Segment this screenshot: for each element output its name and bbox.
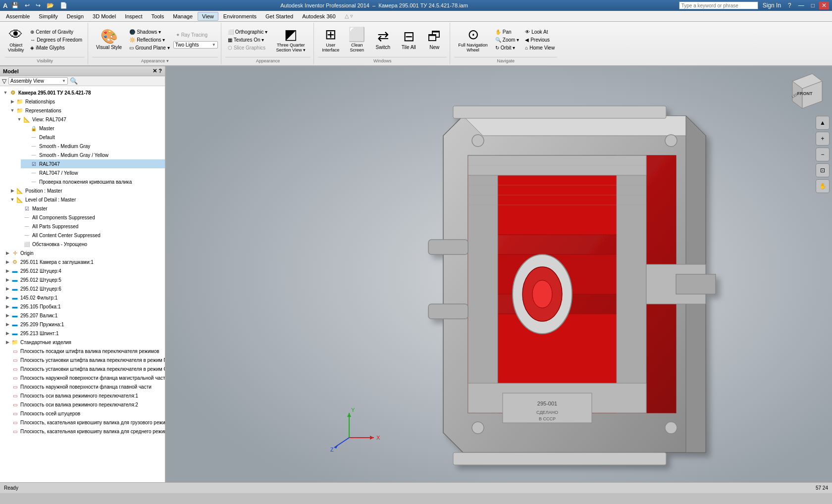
qat-undo[interactable]: ↩ [23,1,32,9]
tree-view[interactable]: ▼ ⚙ Камера 295.001 ТУ 24.5.421-78 ▶ 📁 Re… [0,86,165,482]
panel-help-btn[interactable]: ? [158,68,162,74]
tree-plane-2[interactable]: ▭ Плоскость установки штифта валика пере… [2,355,165,364]
qat-redo[interactable]: ↪ [34,1,43,9]
tree-lod[interactable]: ▼ 📐 Level of Detail : Master [7,195,165,204]
panel-close-btn[interactable]: ✕ [153,68,157,74]
menu-autodesk360[interactable]: Autodesk 360 [298,12,339,20]
tree-obstanovka[interactable]: ⬜ Обстановка - Упрощено [14,240,165,249]
tree-proverka[interactable]: — Проверка положения кривошипа валика [21,177,165,186]
tree-part-213[interactable]: ▶ ▬ 295.213 Шпинт:1 [2,329,165,338]
orthographic-btn[interactable]: ⬜ Orthographic ▾ [225,28,270,36]
orbit-btn[interactable]: ↻ Orbit ▾ [493,44,521,51]
zoom-out-btn[interactable]: − [816,148,830,161]
tree-view-ral[interactable]: ▼ 📐 View: RAL7047 [14,115,165,124]
tree-plane-1[interactable]: ▭ Плоскость посадки штифта валика перекл… [2,347,165,355]
switch-btn[interactable]: ⇄ Switch [370,26,395,54]
tree-all-comp-sup[interactable]: — All Components Suppressed [14,213,165,222]
tree-master1[interactable]: 🔒 Master [21,124,165,133]
tree-std-parts[interactable]: ▶ 📁 Стандартные изделия [2,338,165,347]
full-nav-wheel-btn[interactable]: ⊙ Full NavigationWheel [454,26,492,54]
tree-smooth-mgy[interactable]: — Smooth - Medium Gray / Yellow [21,151,165,159]
view-expand-icon[interactable]: ▼ [16,117,23,122]
p209-expand[interactable]: ▶ [4,322,11,327]
tree-plane-8[interactable]: ▭ Плоскость осей штуцеров [2,409,165,418]
title-search[interactable] [679,1,758,9]
orbit-up-btn[interactable]: ▲ [816,116,830,130]
nav-cube[interactable]: FRONT LEFT [787,71,827,111]
origin-expand[interactable]: ▶ [4,251,11,255]
ground-plane-btn[interactable]: ▭ Ground Plane ▾ [127,44,172,51]
tree-default[interactable]: — Default [21,133,165,142]
viewport[interactable]: 295-001 СДЕЛАНО В СССР X Y [166,66,832,482]
menu-design[interactable]: Design [63,12,88,20]
new-window-btn[interactable]: 🗗 New [422,26,447,54]
assembly-view-combo[interactable]: Assembly View ▼ [8,77,68,85]
tree-part-012-6[interactable]: ▶ ▬ 295.012 Штуцер:6 [2,284,165,293]
menu-assemble[interactable]: Assemble [2,12,34,20]
tree-plane-10[interactable]: ▭ Плоскость, касательная кривошипу валик… [2,427,165,436]
fit-btn[interactable]: ⊡ [816,163,830,177]
pos-expand-icon[interactable]: ▶ [9,188,16,193]
tree-part-145[interactable]: ▶ ▬ 145.02 Фильтр:1 [2,293,165,302]
qat-new[interactable]: 📄 [58,1,69,9]
menu-3dmodel[interactable]: 3D Model [89,12,120,20]
tree-plane-9[interactable]: ▭ Плоскость, касательная кривошипу валик… [2,418,165,427]
tree-relationships[interactable]: ▶ 📁 Relationships [7,97,165,106]
qat-open[interactable]: 📂 [45,1,56,9]
center-of-gravity-btn[interactable]: ⊕ Center of Gravity [28,28,85,36]
p012-4-expand[interactable]: ▶ [4,268,11,273]
tree-representations[interactable]: ▼ 📁 Representations [7,106,165,115]
previous-btn[interactable]: ◀ Previous [522,36,557,44]
menu-simplify[interactable]: Simplify [35,12,62,20]
zoom-btn[interactable]: 🔍 Zoom ▾ [493,36,521,44]
imate-glyphs-btn[interactable]: ◈ iMate Glyphs [28,44,85,51]
tree-plane-4[interactable]: ▭ Плоскость наружной поверхности фланца … [2,373,165,382]
menu-tools[interactable]: Tools [148,12,168,20]
tree-plane-3[interactable]: ▭ Плоскость установки штифта валика пере… [2,364,165,373]
textures-btn[interactable]: ▦ Textures On ▾ [225,36,270,44]
tree-part-207[interactable]: ▶ ▬ 295.207 Валик:1 [2,311,165,320]
object-visibility-btn[interactable]: 👁 ObjectVisibility [5,26,27,54]
home-view-btn[interactable]: ⌂ Home View [522,44,557,51]
menu-view[interactable]: View [198,12,218,21]
maximize-btn[interactable]: □ [809,1,817,9]
degrees-of-freedom-btn[interactable]: ↔ Degrees of Freedom [28,36,85,44]
rep-expand-icon[interactable]: ▼ [9,108,16,113]
tree-ral7047[interactable]: ☑ RAL7047 [21,159,165,168]
tree-part-012-4[interactable]: ▶ ▬ 295.012 Штуцер:4 [2,266,165,275]
tree-part-105[interactable]: ▶ ▬ 295.105 Пробка:1 [2,302,165,311]
pan-ctrl-btn[interactable]: ✋ [816,179,830,193]
user-interface-btn[interactable]: ⊞ UserInterface [318,26,343,54]
std-expand[interactable]: ▶ [4,340,11,345]
tree-all-content-sup[interactable]: — All Content Center Suppressed [14,231,165,240]
tree-all-parts-sup[interactable]: — All Parts Suppressed [14,222,165,231]
p012-5-expand[interactable]: ▶ [4,277,11,282]
p145-expand[interactable]: ▶ [4,295,11,300]
help-btn[interactable]: ? [785,1,794,9]
minimize-btn[interactable]: — [796,1,807,9]
two-lights-combo[interactable]: Two Lights ▼ [173,41,218,49]
search-icon[interactable]: 🔍 [70,77,78,85]
pan-btn[interactable]: ✋ Pan [493,28,521,36]
tree-plane-6[interactable]: ▭ Плоскость оси валика режимного переклю… [2,391,165,400]
reflections-btn[interactable]: 🔆 Reflections ▾ [127,36,172,44]
clean-screen-btn[interactable]: ⬜ CleanScreen [344,26,369,54]
menu-manage[interactable]: Manage [169,12,197,20]
p105-expand[interactable]: ▶ [4,304,11,309]
rel-expand-icon[interactable]: ▶ [9,99,16,104]
look-at-btn[interactable]: 👁 Look At [522,28,557,36]
tree-root[interactable]: ▼ ⚙ Камера 295.001 ТУ 24.5.421-78 [0,88,165,97]
tree-origin[interactable]: ▶ ✛ Origin [2,249,165,257]
tree-plane-7[interactable]: ▭ Плоскость оси валика режимного переклю… [2,400,165,409]
close-btn[interactable]: ✕ [819,1,829,9]
p213-expand[interactable]: ▶ [4,331,11,336]
lod-expand-icon[interactable]: ▼ [9,197,16,202]
tree-lod-master[interactable]: ☑ Master [14,204,165,213]
tree-part-209[interactable]: ▶ ▬ 295.209 Пружина:1 [2,320,165,329]
tree-position[interactable]: ▶ 📐 Position : Master [7,186,165,195]
tree-ral7047-yellow[interactable]: — RAL7047 / Yellow [21,168,165,177]
menu-environments[interactable]: Environments [219,12,260,20]
p012-6-expand[interactable]: ▶ [4,286,11,291]
p011-expand[interactable]: ▶ [4,259,11,264]
p207-expand[interactable]: ▶ [4,313,11,318]
